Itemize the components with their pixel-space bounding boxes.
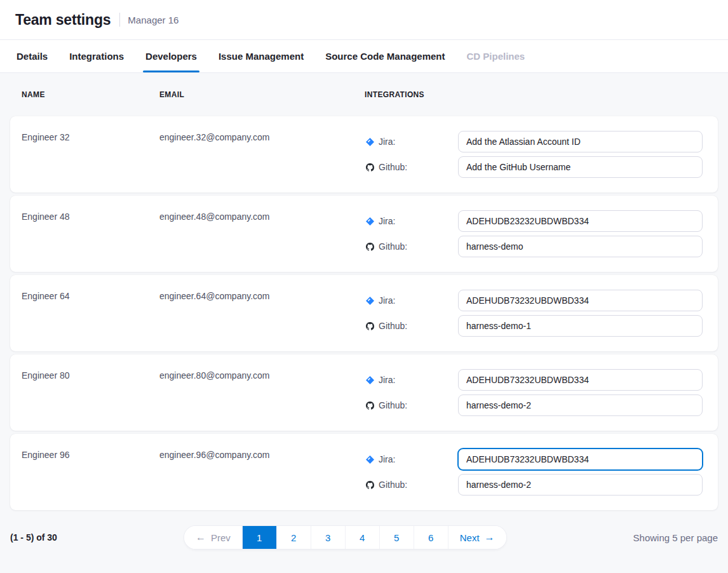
- page-title: Team settings: [15, 11, 111, 29]
- github-integration-line: Github:: [365, 236, 703, 257]
- github-label: Github:: [365, 400, 458, 410]
- github-username-input[interactable]: [458, 156, 703, 178]
- tab-details[interactable]: Details: [15, 40, 49, 72]
- developer-name: Engineer 64: [22, 275, 159, 351]
- jira-icon: [366, 217, 374, 226]
- developer-row: Engineer 48 engineer.48@company.com Jira…: [10, 196, 718, 272]
- jira-account-id-input[interactable]: [458, 131, 703, 152]
- jira-label: Jira:: [365, 295, 458, 306]
- developer-name: Engineer 32: [22, 116, 159, 192]
- github-username-input[interactable]: [458, 394, 703, 416]
- jira-label: Jira:: [365, 137, 458, 147]
- jira-account-id-input[interactable]: [458, 369, 703, 391]
- pagination-row: (1 - 5) of 30 ←Prev123456Next→ Showing 5…: [10, 526, 718, 549]
- jira-label-text: Jira:: [379, 216, 395, 226]
- jira-label-text: Jira:: [379, 137, 395, 147]
- developers-panel: NAMEEMAILINTEGRATIONS Engineer 32 engine…: [0, 73, 728, 573]
- tab-cd-pipelines: CD Pipelines: [466, 40, 527, 72]
- jira-integration-line: Jira:: [365, 369, 703, 391]
- jira-label-text: Jira:: [379, 454, 395, 464]
- page-button-6[interactable]: 6: [414, 526, 448, 549]
- page-button-4[interactable]: 4: [345, 526, 379, 549]
- developer-email: engineer.96@company.com: [159, 434, 365, 510]
- pagination-range: (1 - 5) of 30: [10, 532, 57, 543]
- developer-integrations: Jira: Github:: [365, 196, 703, 272]
- column-header-integrations: INTEGRATIONS: [365, 90, 706, 99]
- github-integration-line: Github:: [365, 474, 703, 495]
- jira-integration-line: Jira:: [365, 210, 703, 232]
- jira-integration-line: Jira:: [365, 290, 703, 311]
- github-icon: [366, 481, 374, 489]
- tab-issue-management[interactable]: Issue Management: [217, 40, 305, 72]
- page-button-5[interactable]: 5: [379, 526, 414, 549]
- tab-source-code-management[interactable]: Source Code Management: [324, 40, 446, 72]
- developer-row: Engineer 80 engineer.80@company.com Jira…: [10, 354, 718, 431]
- next-arrow-icon: →: [485, 532, 495, 543]
- jira-label: Jira:: [365, 454, 458, 464]
- pager: ←Prev123456Next→: [184, 526, 506, 549]
- page-button-3[interactable]: 3: [311, 526, 345, 549]
- github-icon: [366, 163, 374, 172]
- prev-arrow-icon: ←: [196, 532, 206, 543]
- github-icon: [366, 401, 374, 410]
- tab-developers[interactable]: Developers: [144, 40, 198, 72]
- jira-integration-line: Jira:: [365, 131, 703, 152]
- page-button-2[interactable]: 2: [276, 526, 311, 549]
- github-username-input[interactable]: [458, 236, 703, 257]
- github-username-input[interactable]: [458, 315, 703, 337]
- developer-email: engineer.64@company.com: [159, 275, 365, 351]
- github-label-text: Github:: [379, 400, 407, 410]
- next-page-button[interactable]: Next→: [448, 526, 506, 549]
- developer-integrations: Jira: Github:: [365, 354, 703, 431]
- tab-bar: DetailsIntegrationsDevelopersIssue Manag…: [0, 39, 728, 73]
- developer-integrations: Jira: Github:: [365, 116, 703, 192]
- github-label: Github:: [365, 241, 458, 252]
- tab-integrations[interactable]: Integrations: [68, 40, 125, 72]
- developer-name: Engineer 96: [22, 434, 159, 510]
- jira-label: Jira:: [365, 216, 458, 226]
- column-header-email: EMAIL: [159, 90, 365, 99]
- github-icon: [366, 243, 374, 251]
- github-icon: [366, 322, 374, 330]
- github-label-text: Github:: [379, 321, 407, 331]
- github-label-text: Github:: [379, 162, 407, 172]
- column-header-name: NAME: [22, 90, 159, 99]
- github-label-text: Github:: [379, 241, 407, 252]
- developer-integrations: Jira: Github:: [365, 434, 703, 510]
- github-integration-line: Github:: [365, 315, 703, 337]
- jira-icon: [366, 376, 374, 384]
- team-settings-page: Team settings Manager 16 DetailsIntegrat…: [0, 0, 728, 573]
- jira-label-text: Jira:: [379, 295, 395, 306]
- jira-integration-line: Jira:: [365, 448, 703, 470]
- manager-name: Manager 16: [128, 15, 179, 25]
- github-label-text: Github:: [379, 480, 407, 490]
- jira-account-id-input[interactable]: [458, 290, 703, 311]
- developer-name: Engineer 48: [22, 196, 159, 272]
- github-integration-line: Github:: [365, 394, 703, 416]
- github-integration-line: Github:: [365, 156, 703, 178]
- github-username-input[interactable]: [458, 474, 703, 495]
- developer-email: engineer.80@company.com: [159, 354, 365, 431]
- developer-email: engineer.48@company.com: [159, 196, 365, 272]
- jira-account-id-input[interactable]: [458, 210, 703, 232]
- github-label: Github:: [365, 162, 458, 172]
- developer-rows: Engineer 32 engineer.32@company.com Jira…: [10, 116, 718, 510]
- developer-name: Engineer 80: [22, 354, 159, 431]
- page-button-1[interactable]: 1: [242, 526, 276, 549]
- jira-label: Jira:: [365, 375, 458, 385]
- table-header-row: NAMEEMAILINTEGRATIONS: [10, 73, 718, 116]
- jira-icon: [366, 138, 374, 146]
- jira-icon: [366, 297, 374, 305]
- github-label: Github:: [365, 321, 458, 331]
- developer-email: engineer.32@company.com: [159, 116, 365, 192]
- developer-integrations: Jira: Github:: [365, 275, 703, 351]
- developer-row: Engineer 96 engineer.96@company.com Jira…: [10, 434, 718, 510]
- jira-label-text: Jira:: [379, 375, 395, 385]
- page-header: Team settings Manager 16: [0, 0, 728, 39]
- github-label: Github:: [365, 480, 458, 490]
- developer-row: Engineer 64 engineer.64@company.com Jira…: [10, 275, 718, 351]
- title-divider: [119, 13, 120, 27]
- jira-account-id-input[interactable]: [458, 448, 703, 470]
- jira-icon: [366, 455, 374, 464]
- prev-page-button: ←Prev: [184, 526, 242, 549]
